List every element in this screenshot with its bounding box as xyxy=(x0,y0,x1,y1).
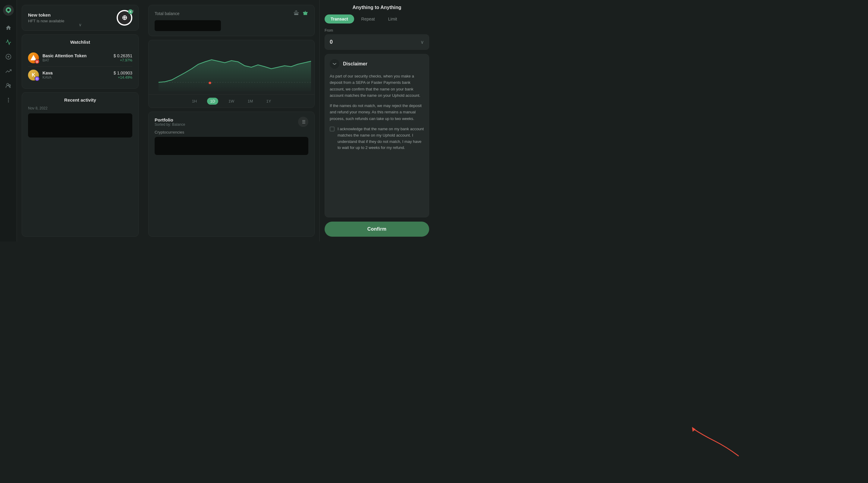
disclaimer-checkbox-label: I acknowledge that the name on my bank a… xyxy=(338,126,424,151)
bat-token-icon: ▲ xyxy=(28,53,39,63)
activity-date: Nov 8, 2022 xyxy=(28,106,132,110)
kava-price: $ 1.00903 +14.49% xyxy=(114,70,132,80)
timeframe-1d[interactable]: 1D xyxy=(207,98,218,104)
tab-limit[interactable]: Limit xyxy=(382,14,403,24)
balance-icons xyxy=(293,10,308,17)
watchlist-title: Watchlist xyxy=(28,39,132,44)
right-panel-title: Anything to Anything xyxy=(324,5,429,10)
svg-point-7 xyxy=(8,98,9,99)
portfolio-content-placeholder xyxy=(155,137,308,155)
tab-repeat[interactable]: Repeat xyxy=(355,14,381,24)
timeframe-1m[interactable]: 1M xyxy=(244,98,256,104)
sidebar-logo[interactable] xyxy=(3,5,14,16)
bat-info: Basic Attention Token BAT xyxy=(42,53,110,62)
kava-symbol: KAVA xyxy=(42,76,110,80)
disclaimer-title: Disclaimer xyxy=(343,61,367,67)
new-token-banner: New token HFT is now available ⊕ + × ∨ xyxy=(22,5,138,31)
svg-point-14 xyxy=(209,82,211,84)
portfolio-section-title: Cryptocurrencies xyxy=(155,130,308,134)
svg-point-5 xyxy=(7,84,9,86)
bat-badge: ▲ xyxy=(35,59,39,64)
svg-point-9 xyxy=(8,101,9,102)
svg-point-6 xyxy=(9,85,10,86)
kava-name: Kava xyxy=(42,70,110,76)
banner-chevron[interactable]: ∨ xyxy=(79,21,82,27)
sidebar-item-transactions[interactable] xyxy=(2,51,14,63)
gift-icon[interactable] xyxy=(302,10,308,17)
portfolio-title: Portfolio xyxy=(155,117,185,122)
chart-card: 1H 1D 1W 1M 1Y xyxy=(148,40,315,108)
banner-title: New token xyxy=(28,12,112,18)
portfolio-header-text: Portfolio Sorted by: Balance xyxy=(155,117,185,127)
balance-title: Total balance xyxy=(155,11,180,16)
left-panel: New token HFT is now available ⊕ + × ∨ W… xyxy=(17,0,144,241)
from-label: From xyxy=(324,28,429,33)
portfolio-sort-label: Sorted by: Balance xyxy=(155,122,185,127)
balance-card: Total balance xyxy=(148,5,315,36)
balance-header: Total balance xyxy=(155,10,308,17)
timeframe-1h[interactable]: 1H xyxy=(189,98,200,104)
banner-text: New token HFT is now available xyxy=(28,12,112,23)
portfolio-header: Portfolio Sorted by: Balance xyxy=(155,117,308,127)
from-value: 0 xyxy=(330,39,333,45)
tab-transact[interactable]: Transact xyxy=(324,14,354,24)
svg-point-1 xyxy=(7,9,10,11)
disclaimer-checkbox-row: I acknowledge that the name on my bank a… xyxy=(330,126,424,151)
kava-token-icon: K K xyxy=(28,70,39,81)
right-panel: Anything to Anything Transact Repeat Lim… xyxy=(319,0,434,241)
bank-icon[interactable] xyxy=(293,10,299,17)
watchlist-item-bat[interactable]: ▲ Basic Attention Token BAT $ 0.26351 +7… xyxy=(28,50,132,67)
bat-price-value: $ 0.26351 xyxy=(114,53,132,58)
sidebar-item-contacts[interactable] xyxy=(2,80,14,92)
bat-symbol: BAT xyxy=(42,58,110,62)
sidebar-item-more[interactable] xyxy=(2,94,14,106)
kava-info: Kava KAVA xyxy=(42,70,110,80)
svg-rect-11 xyxy=(303,12,308,13)
from-chevron-icon: ∨ xyxy=(421,39,424,45)
balance-amount-placeholder xyxy=(155,20,221,31)
bat-price: $ 0.26351 +7.97% xyxy=(114,53,132,62)
sidebar xyxy=(0,0,17,241)
middle-panel: Total balance xyxy=(144,0,319,241)
chart-timeframes: 1H 1D 1W 1M 1Y xyxy=(149,94,314,108)
disclaimer-paragraph-1: As part of our security checks, when you… xyxy=(330,73,424,99)
recent-activity-card: Recent activity Nov 8, 2022 xyxy=(22,92,138,237)
kava-badge: K xyxy=(35,76,39,81)
portfolio-sort-button[interactable] xyxy=(298,117,308,127)
disclaimer-collapse-button[interactable] xyxy=(330,59,339,69)
activity-placeholder xyxy=(28,113,132,138)
watchlist-item-kava[interactable]: K K Kava KAVA $ 1.00903 +14.49% xyxy=(28,67,132,84)
watchlist-card: Watchlist ▲ Basic Attention Token BAT xyxy=(22,34,138,89)
kava-price-value: $ 1.00903 xyxy=(114,70,132,76)
disclaimer-header: Disclaimer xyxy=(330,59,424,69)
timeframe-1w[interactable]: 1W xyxy=(225,98,238,104)
bat-name: Basic Attention Token xyxy=(42,53,110,58)
sidebar-item-activity[interactable] xyxy=(2,36,14,48)
disclaimer-checkbox[interactable] xyxy=(330,127,335,131)
sidebar-item-home[interactable] xyxy=(2,22,14,34)
portfolio-card: Portfolio Sorted by: Balance xyxy=(148,112,315,237)
from-input[interactable]: 0 ∨ xyxy=(324,34,429,50)
bat-price-change: +7.97% xyxy=(114,58,132,62)
sidebar-item-analytics[interactable] xyxy=(2,65,14,77)
chart-area xyxy=(149,40,314,94)
tab-row: Transact Repeat Limit xyxy=(324,14,429,24)
recent-activity-title: Recent activity xyxy=(28,97,132,102)
timeframe-1y[interactable]: 1Y xyxy=(263,98,274,104)
disclaimer-card: Disclaimer As part of our security check… xyxy=(324,54,429,217)
svg-point-8 xyxy=(8,99,9,100)
banner-close-button[interactable]: × xyxy=(131,9,134,13)
confirm-button[interactable]: Confirm xyxy=(324,221,429,237)
kava-price-change: +14.49% xyxy=(114,76,132,80)
main-content: New token HFT is now available ⊕ + × ∨ W… xyxy=(17,0,434,241)
disclaimer-paragraph-2: If the names do not match, we may reject… xyxy=(330,102,424,122)
svg-rect-12 xyxy=(304,13,307,15)
